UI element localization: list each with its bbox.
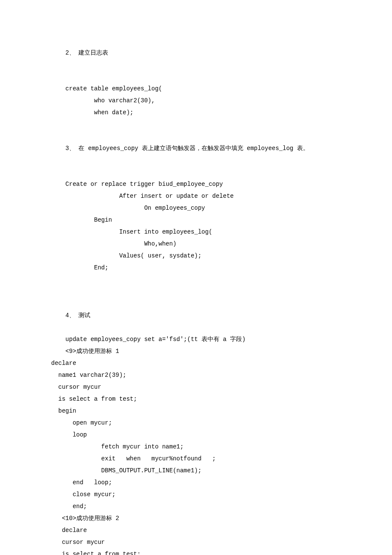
doc-line: On employees_copy — [51, 202, 392, 214]
doc-line: begin — [51, 405, 392, 417]
doc-line: is select a from test; — [51, 393, 392, 405]
doc-line: when date); — [51, 107, 392, 119]
doc-line: declare — [51, 357, 392, 369]
doc-line: 2、 建立日志表 — [51, 47, 392, 59]
doc-line: is select a from test; — [51, 548, 392, 555]
doc-line: Begin — [51, 214, 392, 226]
doc-line: cursor mycur — [51, 381, 392, 393]
doc-line: DBMS_OUTPUT.PUT_LINE(name1); — [51, 465, 392, 477]
doc-line: Who,when) — [51, 238, 392, 250]
blank-line — [51, 119, 392, 130]
doc-line: create table employees_log( — [51, 83, 392, 95]
doc-line: 3、 在 employees_copy 表上建立语句触发器，在触发器中填充 em… — [51, 142, 392, 154]
blank-line — [51, 321, 392, 333]
blank-line — [51, 298, 392, 309]
doc-line: Create or replace trigger biud_employee_… — [51, 178, 392, 190]
doc-line: end loop; — [51, 477, 392, 489]
blank-line — [51, 274, 392, 286]
doc-line: 4、 测试 — [51, 309, 392, 321]
doc-line: who varchar2(30), — [51, 95, 392, 107]
doc-line: cursor mycur — [51, 536, 392, 548]
doc-line: Insert into employees_log( — [51, 226, 392, 238]
blank-line — [51, 154, 392, 166]
blank-line — [51, 166, 392, 178]
doc-line: exit when mycur%notfound ; — [51, 453, 392, 465]
doc-line: End; — [51, 262, 392, 274]
doc-line: name1 varchar2(39); — [51, 369, 392, 381]
doc-line: end; — [51, 500, 392, 512]
blank-line — [51, 286, 392, 298]
blank-line — [51, 130, 392, 142]
doc-line: update employees_copy set a='fsd';(tt 表中… — [51, 333, 392, 345]
doc-line: loop — [51, 429, 392, 441]
doc-line: <10>成功使用游标 2 — [51, 512, 392, 524]
blank-line — [51, 71, 392, 83]
doc-line: open mycur; — [51, 417, 392, 429]
doc-line: close mycur; — [51, 489, 392, 500]
doc-line: fetch mycur into name1; — [51, 441, 392, 453]
doc-line: declare — [51, 524, 392, 536]
doc-line: <9>成功使用游标 1 — [51, 345, 392, 357]
blank-line — [51, 59, 392, 71]
doc-line: After insert or update or delete — [51, 190, 392, 202]
doc-line: Values( user, sysdate); — [51, 250, 392, 262]
